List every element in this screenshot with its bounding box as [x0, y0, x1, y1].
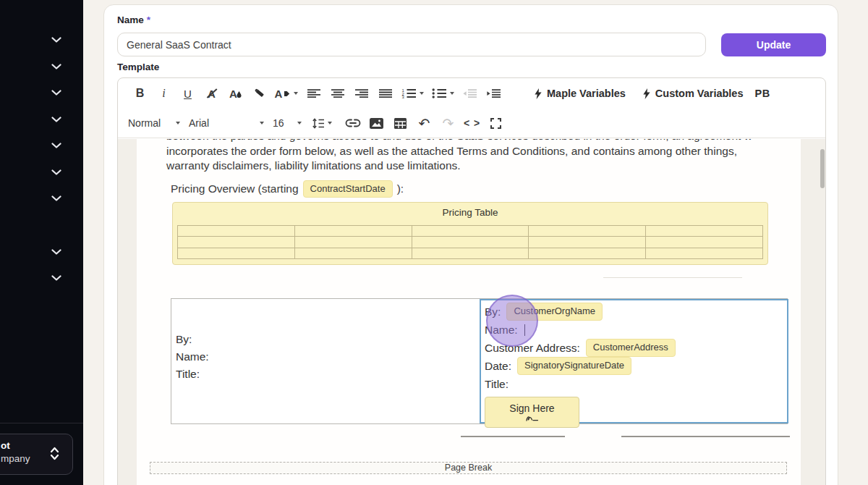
bold-button[interactable]: B: [128, 83, 152, 104]
redo-icon: ↷: [443, 117, 454, 130]
signature-table: By:Name:Title: By: CustomerOrgName Name:…: [171, 298, 788, 424]
template-label: Template: [117, 62, 159, 72]
page-break-insert-button[interactable]: PB: [755, 88, 770, 99]
signature-left-label: By:: [176, 333, 480, 350]
align-left-button[interactable]: [302, 83, 326, 104]
chevron-down-icon[interactable]: [51, 191, 61, 197]
pricing-cell[interactable]: [295, 248, 412, 259]
app-root: { "sidebar": { "nav_chevron_count": 9, "…: [0, 0, 868, 485]
signature-title-row: Title:: [485, 375, 787, 393]
editor-scrollbar-thumb[interactable]: [820, 149, 825, 188]
document-area: between the parties and governs access t…: [118, 139, 825, 485]
font-family-dropdown[interactable]: Arial: [189, 117, 264, 129]
rich-text-editor: B i U A A A: [117, 77, 826, 485]
chevron-down-icon[interactable]: [51, 138, 61, 144]
pricing-cell[interactable]: [646, 237, 763, 248]
ordered-list-button[interactable]: 123: [397, 83, 427, 104]
indent-button[interactable]: [482, 83, 506, 104]
align-right-button[interactable]: [349, 83, 373, 104]
highlight-button[interactable]: [247, 83, 271, 104]
pricing-cell[interactable]: [178, 226, 295, 237]
pricing-cell[interactable]: [412, 248, 529, 259]
signature-by-row: By: CustomerOrgName: [485, 303, 787, 321]
variable-chip-signatory-signature-date[interactable]: SignatorySignatureDate: [517, 357, 631, 374]
insert-table-button[interactable]: [388, 112, 412, 134]
chevron-down-icon[interactable]: [51, 33, 61, 38]
signature-date-row: Date: SignatorySignatureDate: [485, 357, 787, 375]
unordered-list-button[interactable]: [427, 83, 458, 104]
outdent-icon: [463, 89, 477, 98]
table-icon: [394, 118, 407, 129]
pricing-cell[interactable]: [412, 226, 529, 237]
signature-right-cell[interactable]: By: CustomerOrgName Name: Customer Addre…: [480, 299, 788, 423]
chevron-down-icon[interactable]: [51, 245, 61, 250]
font-color-button[interactable]: A: [224, 83, 247, 104]
chevron-down-icon: [294, 92, 298, 95]
bold-icon: B: [136, 87, 145, 100]
chevron-down-icon[interactable]: [51, 165, 61, 171]
italic-button[interactable]: i: [152, 83, 176, 104]
font-size-dropdown[interactable]: 16: [273, 117, 302, 129]
chevron-down-icon[interactable]: [51, 112, 61, 118]
contract-paragraph: incorporates the order form below, as we…: [166, 144, 745, 172]
code-icon: < >: [464, 117, 480, 129]
update-button[interactable]: Update: [721, 33, 826, 56]
table-edge-mark: [621, 436, 790, 437]
image-icon: [370, 118, 383, 129]
chevron-down-icon[interactable]: [51, 59, 61, 65]
name-input[interactable]: [117, 33, 706, 56]
undo-button[interactable]: ↶: [412, 112, 436, 134]
pricing-cell[interactable]: [529, 237, 646, 248]
page-break-element[interactable]: Page Break: [150, 462, 787, 474]
code-view-button[interactable]: < >: [460, 112, 484, 134]
pricing-cell[interactable]: [646, 248, 763, 259]
maple-variables-button[interactable]: Maple Variables: [535, 88, 626, 99]
undo-icon: ↶: [419, 117, 430, 130]
chevron-down-icon: [420, 92, 424, 95]
name-label: Name:: [485, 324, 518, 337]
date-label: Date:: [485, 360, 511, 373]
pricing-cell[interactable]: [412, 237, 529, 248]
signature-name-row: Name:: [485, 321, 787, 339]
outdent-button[interactable]: [458, 83, 482, 104]
insert-image-button[interactable]: [365, 112, 388, 134]
chevron-down-icon[interactable]: [51, 271, 61, 277]
variables-group: Maple Variables Custom Variables PB: [535, 88, 770, 99]
redo-button[interactable]: ↷: [436, 112, 460, 134]
align-justify-button[interactable]: [373, 83, 397, 104]
signature-left-cell[interactable]: By:Name:Title:: [171, 299, 480, 423]
text-style-icon: A: [275, 88, 283, 99]
pricing-cell[interactable]: [646, 226, 763, 237]
address-label: Customer Address:: [485, 342, 580, 355]
org-switcher[interactable]: ot mpany: [0, 434, 73, 475]
clear-formatting-button[interactable]: A: [200, 83, 224, 104]
pricing-cell[interactable]: [178, 248, 295, 259]
line-height-button[interactable]: [306, 112, 338, 134]
pricing-cell[interactable]: [178, 237, 295, 248]
variable-chip-customer-org-name[interactable]: CustomerOrgName: [506, 303, 603, 320]
pricing-cell[interactable]: [529, 226, 646, 237]
lightning-bolt-icon: [535, 88, 542, 99]
text-style-more-button[interactable]: A: [271, 83, 302, 104]
fullscreen-button[interactable]: [484, 112, 508, 134]
font-color-icon: A: [229, 88, 242, 99]
pricing-table-block[interactable]: Pricing Table: [172, 202, 768, 265]
svg-text:3: 3: [401, 95, 404, 98]
toolbar-row-2: Normal Arial 16 ↶ ↷ < >: [118, 109, 825, 138]
insert-link-button[interactable]: [341, 112, 365, 134]
sign-here-button[interactable]: Sign Here: [485, 397, 579, 428]
chevron-down-icon[interactable]: [51, 85, 61, 91]
pricing-cell[interactable]: [295, 226, 412, 237]
align-center-button[interactable]: [326, 83, 349, 104]
pricing-cell[interactable]: [529, 248, 646, 259]
title-label: Title:: [485, 378, 509, 391]
ordered-list-icon: 123: [401, 88, 416, 98]
custom-variables-button[interactable]: Custom Variables: [643, 88, 744, 99]
pricing-cell[interactable]: [295, 237, 412, 248]
pricing-grid: [177, 225, 763, 259]
chevron-up-down-icon: [50, 447, 59, 463]
variable-chip-customer-address[interactable]: CustomerAddress: [586, 339, 676, 356]
variable-chip-contract-start-date[interactable]: ContractStartDate: [303, 180, 393, 198]
paragraph-style-dropdown[interactable]: Normal: [128, 117, 180, 129]
underline-button[interactable]: U: [176, 83, 200, 104]
